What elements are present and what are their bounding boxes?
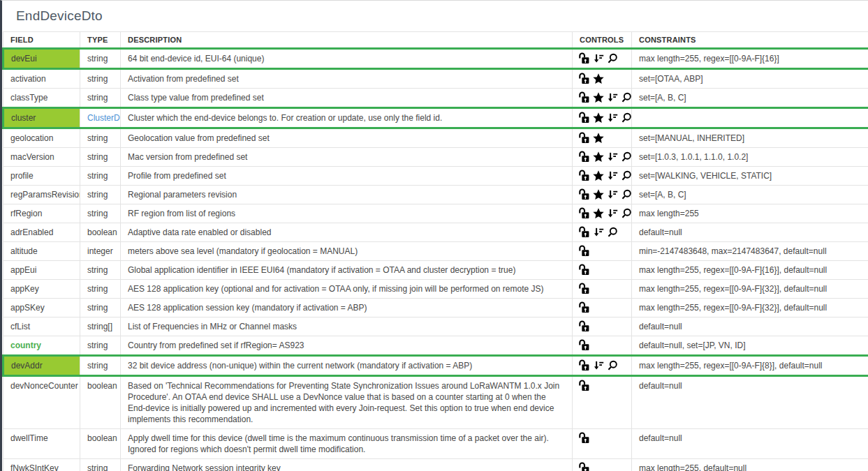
star-icon [592,170,605,182]
field-type: string [87,341,108,350]
table-row: altitude integer meters above sea level … [3,242,868,261]
star-icon [592,151,605,163]
field-name: devAddr [11,361,43,371]
controls-cell [573,148,632,167]
controls-cell [573,89,632,108]
field-description: Country from predefined set if rfRegion=… [128,341,304,350]
controls-cell [573,108,632,128]
field-type: string[] [87,322,112,331]
page-title: EndDeviceDto [2,1,868,31]
table-row: appKey string AES 128 application key (o… [3,280,868,299]
table-row: cluster ClusterDto Cluster which the end… [3,108,868,128]
search-icon [620,112,632,124]
dto-doc-panel: EndDeviceDto FIELD TYPE DESCRIPTION CONT… [0,0,868,471]
star-icon [592,112,605,124]
sort-icon [606,188,619,201]
table-row: cfList string[] List of Frequencies in M… [3,317,868,336]
column-header-field: FIELD [3,32,80,49]
unlock-icon [578,91,591,104]
field-constraints: max length=255, regex=[[0-9A-F]{16}] [639,54,779,63]
table-row: macVersion string Mac version from prede… [3,148,868,167]
field-constraints: set=[1.0.3, 1.0.1, 1.1.0, 1.0.2] [639,152,748,162]
unlock-icon [578,132,591,144]
field-type: boolean [87,433,117,443]
search-icon [606,359,619,372]
field-constraints: set=[WALKING, VEHICLE, STATIC] [639,171,772,181]
field-type: boolean [87,381,117,391]
controls-cell [573,223,632,242]
unlock-icon [578,432,591,444]
table-row: country string Country from predefined s… [3,336,868,356]
field-name: cluster [11,113,36,123]
unlock-icon [578,301,591,314]
field-name: classType [10,93,47,103]
field-name: appSKey [10,303,45,313]
table-header-row: FIELD TYPE DESCRIPTION CONTROLS CONSTRAI… [3,32,868,49]
controls-cell [573,376,632,429]
field-name: devEui [11,54,37,63]
field-description: 32 bit device address (non-unique) withi… [128,361,472,371]
unlock-icon [578,264,591,276]
column-header-description: DESCRIPTION [121,32,573,49]
star-icon [592,207,605,220]
field-constraints: default=null [639,433,682,443]
field-type: string [87,133,108,143]
unlock-icon [578,112,591,124]
field-description: Global application identifier in IEEE EU… [128,265,515,275]
table-row: appEui string Global application identif… [3,261,868,280]
field-name: macVersion [10,152,54,162]
table-row: appSKey string AES 128 application sessi… [3,299,868,317]
table-row: fNwkSIntKey string Forwarding Network se… [3,459,868,471]
search-icon [620,207,632,220]
sort-icon [592,226,605,239]
controls-cell [573,429,632,459]
controls-cell [573,242,632,261]
field-name: altitude [10,246,38,256]
sort-icon [592,52,605,65]
field-type-link[interactable]: ClusterDto [87,113,121,123]
field-name: adrEnabled [10,227,53,237]
unlock-icon [578,207,591,220]
table-row: rfRegion string RF region from list of r… [3,204,868,223]
field-type: string [87,361,108,371]
field-constraints: set=[A, B, C] [639,190,686,200]
field-constraints: max length=255 [639,209,699,218]
controls-cell [573,128,632,148]
unlock-icon [578,151,591,163]
controls-cell [573,356,632,376]
field-description: meters above sea level (mandatory if geo… [128,246,358,256]
field-type: string [87,209,108,218]
field-type: string [87,190,108,200]
field-name: appKey [10,284,39,294]
unlock-icon [578,52,591,65]
field-description: Cluster which the end-device belongs to.… [128,113,442,123]
star-icon [592,188,605,201]
field-constraints: max length=255, regex=[[0-9A-F]{8}], def… [639,361,823,371]
field-type: string [87,284,108,294]
table-row: geolocation string Geolocation value fro… [3,128,868,148]
table-row: devNonceCounter boolean Based on 'Techni… [3,376,868,429]
sort-icon [606,151,619,163]
sort-icon [606,91,619,104]
controls-cell [573,49,632,69]
column-header-controls: CONTROLS [573,32,632,49]
field-name: devNonceCounter [10,381,78,391]
unlock-icon [578,283,591,295]
field-type: string [87,93,108,103]
field-description: Adaptive data rate enabled or disabled [128,227,271,237]
sort-icon [606,170,619,182]
controls-cell [573,317,632,336]
field-constraints: max length=255, regex=[[0-9A-F]{32}], de… [639,303,827,313]
field-type: integer [87,246,113,256]
field-description: Forwarding Network session integrity key [128,463,281,471]
dto-fields-table: FIELD TYPE DESCRIPTION CONTROLS CONSTRAI… [2,31,868,471]
table-row: devAddr string 32 bit device address (no… [3,356,868,376]
controls-cell [573,261,632,280]
unlock-icon [578,245,591,257]
star-icon [592,73,605,85]
table-row: regParamsRevision string Regional parame… [3,186,868,204]
search-icon [620,151,632,163]
unlock-icon [578,380,591,392]
field-description: Profile from predefined set [128,171,226,181]
sort-icon [606,207,619,220]
